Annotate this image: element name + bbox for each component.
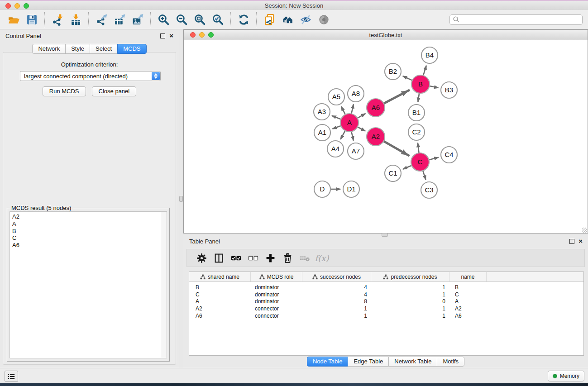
import-table-button[interactable] — [67, 11, 84, 28]
delete-rows-button[interactable] — [279, 250, 296, 266]
graph-node-B3[interactable]: B3 — [441, 82, 457, 98]
table-settings-button[interactable] — [193, 250, 210, 266]
close-panel-icon[interactable]: × — [169, 33, 173, 38]
float-panel-icon[interactable] — [160, 33, 165, 38]
graph-edge-B-B1[interactable] — [418, 93, 419, 102]
graph-edge-B-B4[interactable] — [423, 66, 426, 76]
graph-node-A2[interactable]: A2 — [367, 128, 385, 146]
graph-node-C3[interactable]: C3 — [421, 182, 437, 198]
graph-edge-B-B2[interactable] — [403, 76, 413, 81]
delete-column-button[interactable] — [296, 250, 313, 266]
graph-node-C4[interactable]: C4 — [441, 147, 457, 163]
mcds-result-item[interactable]: A2 — [12, 213, 167, 220]
graph-edge-C-C1[interactable] — [403, 165, 412, 169]
save-session-button[interactable] — [24, 11, 40, 28]
float-panel-icon[interactable] — [569, 239, 574, 244]
open-session-button[interactable] — [5, 11, 22, 28]
tab-network-table[interactable]: Network Table — [388, 357, 437, 367]
mcds-result-item[interactable]: A6 — [12, 242, 167, 249]
close-panel-button[interactable]: Close panel — [92, 86, 137, 96]
duplicate-network-button[interactable] — [261, 11, 277, 28]
zoom-out-button[interactable] — [173, 11, 190, 28]
minimize-window-button[interactable] — [14, 3, 20, 9]
column-header-predecessor-nodes[interactable]: predecessor nodes — [371, 272, 449, 281]
mcds-result-item[interactable]: B — [12, 228, 167, 235]
tab-node-table[interactable]: Node Table — [307, 357, 349, 367]
deselect-all-button[interactable] — [244, 250, 262, 266]
zoom-in-button[interactable] — [155, 11, 172, 28]
close-window-button[interactable] — [5, 3, 11, 9]
graph-edge-A-A4[interactable] — [340, 130, 345, 139]
graph-node-A[interactable]: A — [340, 114, 359, 132]
mcds-result-item[interactable]: A — [12, 220, 167, 228]
graph-node-A3[interactable]: A3 — [314, 104, 330, 120]
graph-edge-A-A1[interactable] — [333, 126, 342, 129]
column-header-MCDS-role[interactable]: MCDS role — [251, 272, 302, 281]
zoom-fit-button[interactable] — [191, 11, 208, 28]
graph-edge-A-A3[interactable] — [332, 116, 341, 119]
graph-edge-A-A6[interactable] — [357, 114, 366, 119]
export-image-button[interactable] — [129, 11, 146, 28]
search-input[interactable] — [460, 15, 582, 24]
graph-node-A8[interactable]: A8 — [348, 86, 364, 102]
column-header-shared-name[interactable]: shared name — [189, 272, 251, 281]
graph-node-A5[interactable]: A5 — [328, 89, 344, 105]
graph-node-D[interactable]: D — [314, 181, 330, 197]
divider-handle[interactable] — [179, 196, 183, 202]
close-network-button[interactable] — [190, 32, 196, 38]
graph-edge-A2-C[interactable] — [383, 141, 410, 156]
tab-network[interactable]: Network — [32, 44, 66, 54]
home-button[interactable] — [279, 11, 296, 28]
show-hidden-button[interactable] — [316, 11, 332, 28]
column-options-button[interactable] — [210, 250, 227, 266]
panel-divider[interactable] — [179, 29, 183, 368]
graph-node-A4[interactable]: A4 — [327, 141, 344, 157]
apply-function-button[interactable]: f(x) — [313, 250, 330, 266]
graph-node-A6[interactable]: A6 — [367, 99, 385, 117]
graph-edge-B-B3[interactable] — [429, 86, 439, 88]
network-window-titlebar[interactable]: testGlobe.txt — [184, 30, 588, 40]
graph-node-B[interactable]: B — [411, 75, 430, 93]
graph-node-B2[interactable]: B2 — [385, 63, 401, 80]
graph-edge-A6-B[interactable] — [383, 90, 410, 104]
export-table-button[interactable] — [111, 11, 128, 28]
graph-edge-C-C4[interactable] — [428, 157, 438, 160]
mcds-result-item[interactable]: C — [12, 234, 167, 242]
zoom-window-button[interactable] — [24, 3, 29, 9]
graph-edge-A-A5[interactable] — [341, 106, 346, 115]
graph-node-C1[interactable]: C1 — [385, 165, 401, 181]
divider-handle[interactable] — [382, 233, 388, 237]
zoom-selected-button[interactable] — [210, 11, 226, 28]
close-panel-icon[interactable]: × — [578, 239, 583, 243]
graph-node-D1[interactable]: D1 — [343, 181, 359, 197]
table-row[interactable]: Bdominator41B — [189, 284, 583, 291]
tab-mcds[interactable]: MCDS — [117, 44, 146, 54]
criterion-select[interactable]: largest connected component (directed) — [20, 71, 161, 81]
network-canvas[interactable]: AA1A2A3A4A5A6A7A8BB1B2B3B4CC1C2C3C4DD1 — [184, 40, 588, 233]
export-network-button[interactable] — [93, 11, 110, 28]
import-network-button[interactable] — [49, 11, 66, 28]
column-header-successor-nodes[interactable]: successor nodes — [302, 272, 371, 281]
minimize-network-button[interactable] — [199, 32, 205, 38]
tab-select[interactable]: Select — [90, 44, 118, 54]
window-resize-handle[interactable] — [582, 228, 587, 233]
refresh-button[interactable] — [235, 11, 252, 28]
hide-selected-button[interactable] — [297, 11, 314, 28]
graph-node-A1[interactable]: A1 — [314, 124, 330, 141]
graph-node-C2[interactable]: C2 — [408, 124, 425, 140]
graph-edge-A-A8[interactable] — [351, 104, 354, 114]
tab-motifs[interactable]: Motifs — [437, 357, 464, 367]
graph-node-C[interactable]: C — [411, 153, 429, 171]
graph-edge-C-C2[interactable] — [418, 143, 419, 153]
column-header-name[interactable]: name — [449, 272, 487, 281]
graph-node-B1[interactable]: B1 — [408, 105, 425, 121]
tab-style[interactable]: Style — [65, 44, 90, 54]
graph-edge-A-A2[interactable] — [357, 127, 365, 131]
run-mcds-button[interactable]: Run MCDS — [43, 86, 86, 96]
table-row[interactable]: A2connector11A2 — [189, 305, 583, 312]
zoom-network-button[interactable] — [208, 32, 214, 38]
create-column-button[interactable] — [262, 250, 279, 266]
memory-button[interactable]: Memory — [548, 371, 584, 381]
tab-edge-table[interactable]: Edge Table — [348, 357, 389, 367]
table-row[interactable]: A6connector11A6 — [189, 312, 583, 319]
